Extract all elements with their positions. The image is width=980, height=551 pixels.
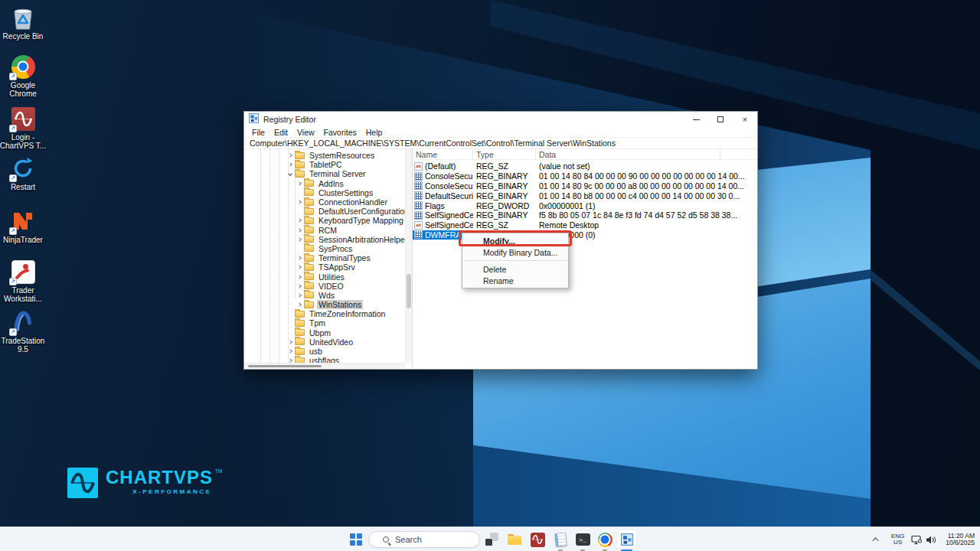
desktop-icon-ninjatrader[interactable]: ↗ NinjaTrader [0,208,52,245]
tree-horizontal-scrollbar[interactable] [244,363,405,369]
value-type: REG_SZ [473,220,536,230]
volume-tray-button[interactable] [926,527,936,551]
value-data: 01 00 14 80 b8 00 00 00 c4 00 00 00 14 0… [536,191,757,201]
registry-tree-pane[interactable]: SystemResources TabletPC Terminal Server… [244,149,413,369]
speaker-icon [926,535,936,545]
tree-item[interactable]: ConnectionHandler [244,197,405,207]
address-bar[interactable]: Computer\HKEY_LOCAL_MACHINE\SYSTEM\Curre… [244,138,757,149]
folder-icon [304,199,314,206]
tree-label: Tpm [308,318,327,328]
column-header-blank [720,149,757,159]
notepad-icon [554,532,567,546]
binary-value-icon [414,211,423,220]
tray-chevron[interactable] [874,527,879,551]
folder-icon [304,189,314,196]
terminal-button[interactable]: >_ [573,530,592,549]
logo-brand-text: CHARTVPS [106,468,213,487]
tree-item[interactable]: AddIns [244,179,405,188]
tree-item[interactable]: DefaultUserConfiguration [244,207,405,216]
scrollbar-thumb[interactable] [248,365,322,367]
folder-icon [304,273,314,280]
tree-item[interactable]: UnitedVideo [244,337,405,347]
desktop-icon-trader-workstation[interactable]: ↗ TraderWorkstati... [0,259,52,303]
tree-item[interactable]: usb [244,347,405,356]
tree-item-winstations-selected[interactable]: WinStations [244,300,405,309]
tree-item[interactable]: SysProcs [244,244,405,253]
minimize-button[interactable] [684,112,708,127]
notepad-button[interactable] [551,530,570,549]
tree-item[interactable]: Tpm [244,318,405,328]
value-type: REG_BINARY [473,171,536,181]
context-menu-rename[interactable]: Rename [462,275,568,286]
tree-label: Ubpm [308,328,332,337]
desktop-icon-login-chartvps[interactable]: ↗ Login -ChartVPS T... [0,106,52,150]
tree-label: DefaultUserConfiguration [317,207,410,216]
tree-item[interactable]: TSAppSrv [244,262,405,272]
value-row[interactable]: SelfSignedCertSt...REG_SZRemote Desktop [413,220,757,230]
registry-editor-taskbar-button-active[interactable] [616,530,637,549]
chartvps-app-button[interactable] [528,530,547,549]
tree-item[interactable]: TimeZoneInformation [244,309,405,318]
folder-icon [295,171,305,178]
file-explorer-button[interactable] [505,530,524,549]
task-view-button[interactable] [482,530,501,549]
tree-item[interactable]: Terminal Server [244,169,405,178]
value-row[interactable]: (Default)REG_SZ(value not set) [413,161,757,171]
folder-icon [304,245,314,252]
maximize-button[interactable] [708,112,733,127]
column-header-type[interactable]: Type [473,149,536,159]
taskbar-search[interactable]: Search [368,531,480,548]
context-menu-modify-binary[interactable]: Modify Binary Data... [462,246,568,258]
tree-vertical-scrollbar[interactable] [405,149,412,363]
tree-item[interactable]: KeyboardType Mapping [244,216,405,225]
desktop-icon-google-chrome[interactable]: ↗ GoogleChrome [0,54,52,98]
tree-item[interactable]: SessionArbitrationHelper [244,235,405,244]
tree-item[interactable]: VIDEO [244,282,405,291]
value-row[interactable]: ConsoleSecurity...REG_BINARY01 00 14 80 … [413,181,757,191]
value-row[interactable]: ConsoleSecurityREG_BINARY01 00 14 80 84 … [413,171,757,181]
language-indicator[interactable]: ENGUS [891,527,904,551]
menu-file[interactable]: File [247,128,270,137]
value-row[interactable]: DefaultSecurityREG_BINARY01 00 14 80 b8 … [413,191,757,201]
desktop-icon-tradestation[interactable]: ↗ TradeStation9.5 [0,309,52,354]
dword-value-icon [414,230,423,239]
tree-item[interactable]: ClusterSettings [244,188,405,197]
column-header-data[interactable]: Data [536,149,720,159]
tree-label: WinStations [317,300,363,309]
column-header-name[interactable]: Name [413,149,473,159]
value-name: ConsoleSecurity [425,171,473,181]
chevron-up-icon [872,537,878,543]
menu-view[interactable]: View [292,128,319,137]
context-menu-modify[interactable]: Modify... [462,235,568,246]
value-row[interactable]: FlagsREG_DWORD0x00000001 (1) [413,201,757,210]
tree-item[interactable]: Utilities [244,272,405,281]
context-menu-delete[interactable]: Delete [462,263,568,275]
tree-item[interactable]: Ubpm [244,328,405,337]
tree-item[interactable]: TabletPC [244,160,405,169]
title-bar[interactable]: Registry Editor × [244,112,757,127]
tree-label: Utilities [317,272,346,282]
desktop-icon-recycle-bin[interactable]: Recycle Bin [0,5,52,41]
tree-item[interactable]: TerminalTypes [244,253,405,262]
start-button[interactable] [347,530,365,549]
chrome-icon [598,533,612,547]
tree-item[interactable]: RCM [244,226,405,235]
desktop-icon-restart[interactable]: ↗ Restart [0,155,52,192]
menu-edit[interactable]: Edit [270,128,292,137]
menu-favorites[interactable]: Favorites [319,128,361,137]
tree-item[interactable]: Wds [244,291,405,300]
folder-icon [304,180,314,187]
value-name: ConsoleSecurity... [425,181,473,191]
terminal-icon: >_ [576,533,590,546]
value-row[interactable]: SelfSignedCertifi...REG_BINARYf5 8b 80 0… [413,210,757,220]
folder-icon [295,329,305,336]
network-tray-button[interactable] [911,527,923,551]
clock[interactable]: 11:20 AM10/6/2025 [938,527,975,551]
chrome-button[interactable] [596,530,614,549]
tree-label: usb [308,347,324,356]
folder-icon [295,320,305,327]
tree-item[interactable]: SystemResources [244,151,405,160]
menu-help[interactable]: Help [361,128,387,137]
close-button[interactable]: × [733,112,757,127]
scrollbar-thumb[interactable] [407,274,411,308]
